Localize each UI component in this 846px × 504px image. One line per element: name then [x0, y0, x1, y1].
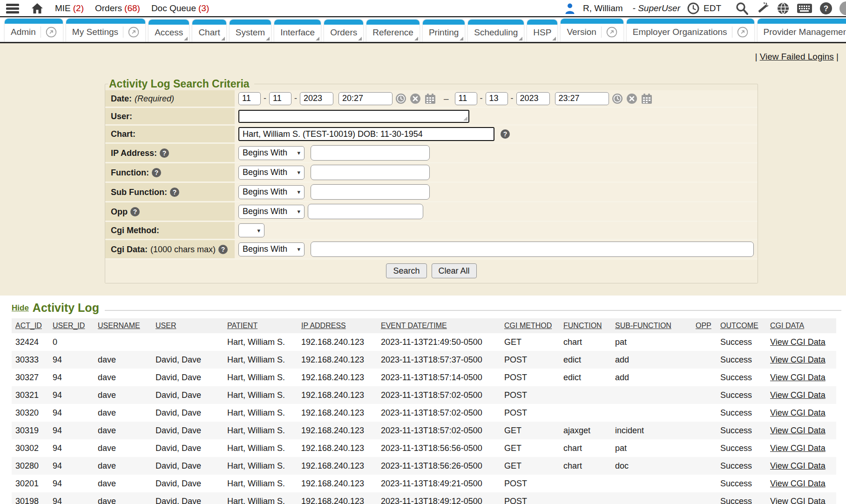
user-name[interactable]: R, William [583, 3, 623, 13]
sub-function-match-select[interactable]: Begins With▾ [238, 185, 305, 199]
time-picker-icon[interactable] [395, 93, 406, 104]
tab-provider-management[interactable]: Provider Management [758, 19, 846, 42]
clear-date-icon[interactable] [410, 93, 421, 104]
nav-orders[interactable]: Orders (68) [95, 3, 140, 13]
column-sort-link[interactable]: IP ADDRESS [301, 322, 346, 329]
tab-admin[interactable]: Admin [5, 19, 63, 42]
column-header-outcome[interactable]: OUTCOME [717, 318, 766, 333]
view-cgi-data-link[interactable]: View CGI Data [770, 390, 826, 400]
column-sort-link[interactable]: USERNAME [98, 322, 140, 329]
column-header-event-date-time[interactable]: EVENT DATE/TIME [377, 318, 501, 333]
view-cgi-data-link[interactable]: View CGI Data [770, 497, 826, 504]
function-input[interactable] [311, 165, 430, 180]
date-to-day-input[interactable] [486, 92, 508, 105]
column-sort-link[interactable]: FUNCTION [563, 322, 602, 329]
view-cgi-data-link[interactable]: View CGI Data [770, 461, 826, 470]
column-header-patient[interactable]: PATIENT [223, 318, 298, 333]
ip-match-select[interactable]: Begins With▾ [238, 146, 305, 160]
time-picker-icon[interactable] [612, 93, 623, 104]
column-header-user-id[interactable]: USER_ID [49, 318, 94, 333]
date-from-year-input[interactable] [300, 92, 333, 105]
view-cgi-data-link[interactable]: View CGI Data [770, 337, 826, 347]
view-failed-logins-link[interactable]: View Failed Logins [760, 52, 834, 61]
column-sort-link[interactable]: OUTCOME [720, 322, 758, 329]
column-sort-link[interactable]: CGI METHOD [504, 322, 552, 329]
tab-my-settings[interactable]: My Settings [66, 19, 145, 42]
help-icon[interactable]: ? [819, 2, 832, 15]
column-sort-link[interactable]: CGI DATA [770, 322, 804, 329]
tab-system[interactable]: System [230, 20, 271, 42]
tab-reference[interactable]: Reference [366, 20, 420, 42]
function-help-icon[interactable]: ? [152, 168, 161, 177]
tab-version[interactable]: Version [561, 19, 623, 42]
opp-match-select[interactable]: Begins With▾ [238, 205, 305, 219]
column-header-cgi-method[interactable]: CGI METHOD [501, 318, 560, 333]
tab-printing[interactable]: Printing [423, 20, 465, 42]
globe-icon[interactable] [777, 2, 790, 15]
tab-hsp[interactable]: HSP [527, 20, 557, 42]
view-cgi-data-link[interactable]: View CGI Data [770, 355, 826, 364]
sub-function-input[interactable] [311, 184, 430, 200]
column-header-cgi-data[interactable]: CGI DATA [766, 318, 836, 333]
nav-doc-queue[interactable]: Doc Queue (3) [151, 3, 209, 13]
view-cgi-data-link[interactable]: View CGI Data [770, 426, 826, 435]
hide-log-link[interactable]: Hide [12, 303, 29, 313]
column-sort-link[interactable]: ACT_ID [15, 322, 42, 329]
column-sort-link[interactable]: USER [156, 322, 176, 329]
column-header-user[interactable]: USER [152, 318, 223, 333]
tab-orders[interactable]: Orders [324, 20, 363, 42]
search-icon[interactable] [735, 1, 749, 15]
user-search-input[interactable] [238, 110, 469, 123]
tab-scheduling[interactable]: Scheduling [468, 20, 524, 42]
column-sort-link[interactable]: PATIENT [227, 322, 257, 329]
keyboard-icon[interactable] [797, 3, 812, 14]
function-match-select[interactable]: Begins With▾ [238, 166, 305, 180]
tab-employer-organizations[interactable]: Employer Organizations [627, 19, 754, 42]
view-cgi-data-link[interactable]: View CGI Data [770, 479, 826, 488]
opp-input[interactable] [308, 204, 423, 219]
column-header-username[interactable]: USERNAME [94, 318, 152, 333]
view-cgi-data-link[interactable]: View CGI Data [770, 373, 826, 382]
clock-icon[interactable] [687, 2, 699, 14]
column-sort-link[interactable]: OPP [696, 322, 711, 329]
date-from-day-input[interactable] [269, 92, 291, 105]
nav-mie[interactable]: MIE (2) [55, 3, 84, 13]
cgi-data-input[interactable] [311, 242, 754, 257]
time-to-input[interactable] [555, 92, 609, 105]
clear-all-button[interactable]: Clear All [432, 263, 477, 278]
user-avatar-icon[interactable] [564, 2, 576, 14]
tab-access[interactable]: Access [149, 20, 189, 42]
time-from-input[interactable] [338, 92, 393, 105]
tab-chart[interactable]: Chart [192, 20, 226, 42]
chart-search-input[interactable] [238, 127, 494, 141]
hamburger-menu-icon[interactable] [6, 3, 20, 14]
view-cgi-data-link[interactable]: View CGI Data [770, 444, 826, 453]
column-header-sub-function[interactable]: SUB-FUNCTION [611, 318, 692, 333]
ip-help-icon[interactable]: ? [160, 148, 169, 158]
column-sort-link[interactable]: SUB-FUNCTION [615, 322, 671, 329]
home-icon[interactable] [31, 2, 44, 14]
wand-icon[interactable] [756, 1, 770, 15]
column-header-ip-address[interactable]: IP ADDRESS [298, 318, 377, 333]
cgi-method-select[interactable]: ▾ [238, 223, 264, 237]
calendar-icon[interactable] [641, 93, 653, 104]
date-to-year-input[interactable] [516, 92, 550, 105]
column-header-opp[interactable]: OPP [692, 318, 717, 333]
date-from-month-input[interactable] [238, 92, 261, 105]
column-sort-link[interactable]: USER_ID [53, 322, 85, 329]
column-header-function[interactable]: FUNCTION [560, 318, 611, 333]
chart-help-icon[interactable]: ? [501, 129, 510, 139]
ip-address-input[interactable] [311, 145, 430, 161]
collapsed-edge-icon[interactable] [839, 1, 846, 15]
clear-date-icon[interactable] [626, 93, 637, 104]
cgi-data-match-select[interactable]: Begins With▾ [238, 242, 305, 256]
cgi-data-help-icon[interactable]: ? [218, 245, 228, 254]
calendar-icon[interactable] [424, 93, 436, 104]
view-cgi-data-link[interactable]: View CGI Data [770, 408, 826, 417]
column-header-act-id[interactable]: ACT_ID [12, 318, 49, 333]
sub-function-help-icon[interactable]: ? [170, 188, 179, 197]
search-button[interactable]: Search [386, 263, 426, 278]
tab-interface[interactable]: Interface [274, 20, 321, 42]
column-sort-link[interactable]: EVENT DATE/TIME [381, 322, 447, 329]
opp-help-icon[interactable]: ? [130, 207, 140, 216]
